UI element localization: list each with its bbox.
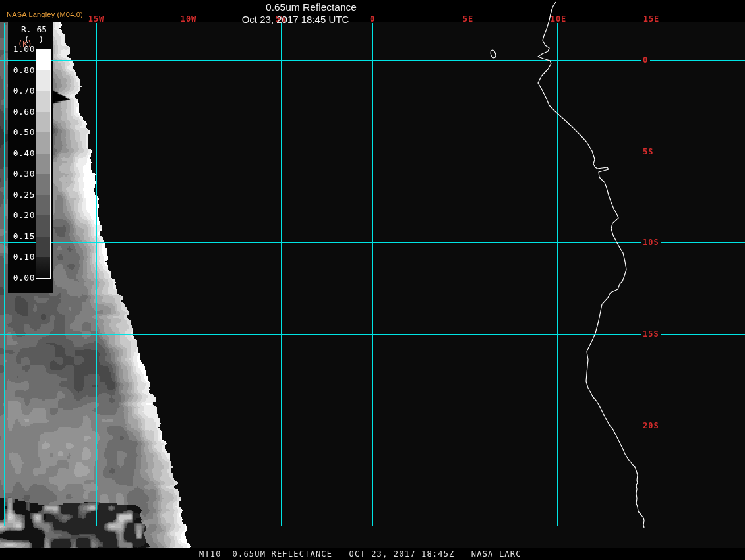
colorbar-segment	[36, 154, 50, 175]
colorbar-segment	[36, 91, 50, 112]
colorbar-segment	[36, 215, 50, 237]
colorbar-segment	[36, 174, 50, 195]
colorbar-tick-label: 0.80	[8, 66, 35, 74]
lat-label-15S: 15S	[641, 330, 661, 339]
colorbar-segment	[36, 132, 50, 154]
lat-label-10S: 10S	[641, 238, 661, 247]
footer-bar: MT10 0.65UM REFLECTANCE OCT 23, 2017 18:…	[0, 548, 745, 560]
colorbar-tick-label: 0.00	[8, 273, 35, 282]
colorbar-tick-label: 0.40	[8, 149, 35, 157]
lon-label-15E: 15E	[643, 15, 660, 23]
colorbar-tick-label: 0.15	[8, 232, 35, 240]
colorbar-segment	[36, 257, 50, 278]
colorbar-segment	[36, 70, 50, 92]
colorbar-tick-label: 0.10	[8, 252, 35, 261]
colorbar-segment	[36, 237, 50, 258]
timestamp-title: Oct 23, 2017 18:45 UTC	[242, 14, 349, 25]
lon-label-5E: 5E	[463, 15, 473, 23]
colorbar-segment	[36, 112, 50, 133]
satellite-viewer-screen: 15W10W5W05E10E15E 05S10S15S20S NASA Lang…	[0, 0, 745, 560]
colorbar-gradient	[36, 49, 51, 279]
colorbar-tick-label: 0.30	[8, 169, 35, 178]
colorbar-tick-label: 0.50	[8, 128, 35, 136]
island-outline	[490, 49, 496, 59]
page-title: 0.65um Reflectance	[266, 1, 357, 13]
coastline-path	[538, 2, 644, 528]
lat-label-0: 0	[641, 56, 650, 65]
colorbar-segment	[36, 49, 50, 70]
lon-label-10E: 10E	[551, 15, 567, 23]
footer-caption: MT10 0.65UM REFLECTANCE OCT 23, 2017 18:…	[199, 550, 522, 558]
colorbar-tick-label: 0.25	[8, 190, 35, 199]
coastline-overlay	[0, 0, 745, 560]
lat-label-5S: 5S	[641, 148, 655, 156]
colorbar-tick-label: 1.00	[8, 45, 35, 53]
credit-label: NASA Langley (M04.0)	[7, 11, 83, 18]
lon-label-15W: 15W	[88, 15, 105, 23]
colorbar-tick-label: 0.60	[8, 107, 35, 116]
colorbar-tick-label: 0.70	[8, 86, 35, 95]
colorbar-title: R. 65	[21, 26, 47, 34]
colorbar-segment	[36, 195, 50, 216]
lat-label-20S: 20S	[641, 422, 661, 430]
lon-label-0: 0	[370, 15, 375, 23]
colorbar-tick-label: 0.20	[8, 211, 35, 219]
lon-label-10W: 10W	[181, 15, 197, 23]
